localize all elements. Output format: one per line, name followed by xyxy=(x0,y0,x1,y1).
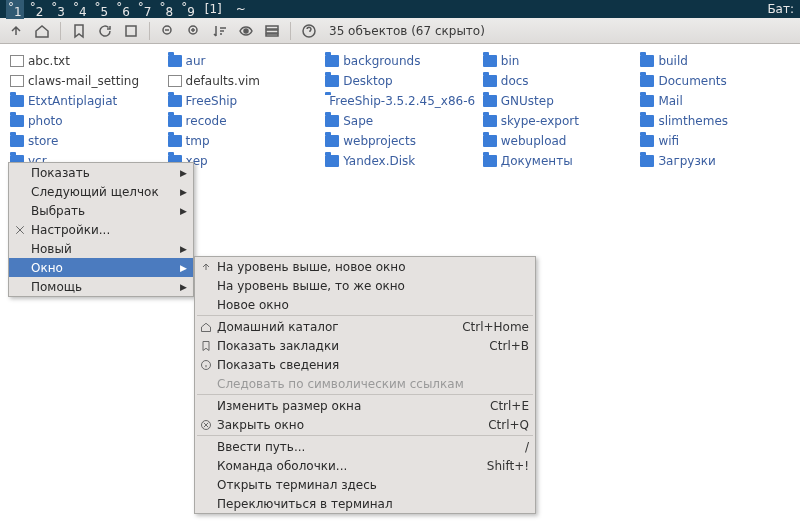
folder-item[interactable]: bin xyxy=(483,52,633,70)
folder-item[interactable]: FreeShip xyxy=(168,92,318,110)
workspace-5[interactable]: °5 xyxy=(93,0,111,19)
menu-shortcut: Shift+! xyxy=(487,459,529,473)
menu-item-label: Помощь xyxy=(31,280,82,294)
menu-item[interactable]: Переключиться в терминал xyxy=(195,494,535,513)
up-button[interactable] xyxy=(6,21,26,41)
folder-item[interactable]: Загрузки xyxy=(640,152,790,170)
bookmark-button[interactable] xyxy=(69,21,89,41)
file-item[interactable]: claws-mail_setting xyxy=(10,72,160,90)
menu-shortcut: Ctrl+Home xyxy=(462,320,529,334)
file-label: Mail xyxy=(658,94,682,108)
submenu-arrow-icon: ▶ xyxy=(180,206,187,216)
context-submenu-window[interactable]: На уровень выше, новое окноНа уровень вы… xyxy=(194,256,536,514)
folder-item[interactable]: Mail xyxy=(640,92,790,110)
folder-item[interactable]: backgrounds xyxy=(325,52,475,70)
file-label: aur xyxy=(186,54,206,68)
file-item[interactable]: defaults.vim xyxy=(168,72,318,90)
menu-separator xyxy=(197,435,533,436)
folder-item[interactable]: slimthemes xyxy=(640,112,790,130)
workspace-8[interactable]: °8 xyxy=(157,0,175,19)
menu-item[interactable]: На уровень выше, новое окно xyxy=(195,257,535,276)
hidden-toggle-button[interactable] xyxy=(236,21,256,41)
workspace-9[interactable]: °9 xyxy=(179,0,197,19)
context-menu[interactable]: Показать▶Следующий щелчок▶Выбрать▶Настро… xyxy=(8,162,194,297)
file-label: backgrounds xyxy=(343,54,420,68)
menu-item[interactable]: Новое окно xyxy=(195,295,535,314)
menu-item[interactable]: Команда оболочки...Shift+! xyxy=(195,456,535,475)
file-label: Sape xyxy=(343,114,373,128)
menu-item[interactable]: Следующий щелчок▶ xyxy=(9,182,193,201)
workspace-2[interactable]: °2 xyxy=(28,0,46,19)
menu-item[interactable]: Ввести путь.../ xyxy=(195,437,535,456)
menu-item-label: Изменить размер окна xyxy=(217,399,361,413)
folder-item[interactable]: store xyxy=(10,132,160,150)
file-label: FreeShip xyxy=(186,94,238,108)
file-label: tmp xyxy=(186,134,210,148)
sort-button[interactable] xyxy=(210,21,230,41)
menu-item[interactable]: Домашний каталогCtrl+Home xyxy=(195,317,535,336)
folder-item[interactable]: aur xyxy=(168,52,318,70)
menu-item[interactable]: Показать▶ xyxy=(9,163,193,182)
folder-item[interactable]: Documents xyxy=(640,72,790,90)
folder-icon xyxy=(168,115,182,127)
folder-item[interactable]: EtxtAntiplagiat xyxy=(10,92,160,110)
folder-item[interactable]: GNUstep xyxy=(483,92,633,110)
menu-item[interactable]: Новый▶ xyxy=(9,239,193,258)
folder-icon xyxy=(483,115,497,127)
svg-rect-0 xyxy=(126,26,136,36)
folder-item[interactable]: Sape xyxy=(325,112,475,130)
folder-item[interactable]: photo xyxy=(10,112,160,130)
folder-item[interactable]: tmp xyxy=(168,132,318,150)
file-label: Documents xyxy=(658,74,726,88)
menu-shortcut: Ctrl+Q xyxy=(488,418,529,432)
close-icon xyxy=(199,418,213,432)
select-button[interactable] xyxy=(262,21,282,41)
menu-item[interactable]: Окно▶ xyxy=(9,258,193,277)
menu-item[interactable]: На уровень выше, то же окно xyxy=(195,276,535,295)
file-label: defaults.vim xyxy=(186,74,260,88)
folder-item[interactable]: webupload xyxy=(483,132,633,150)
folder-item[interactable]: Документы xyxy=(483,152,633,170)
folder-item[interactable]: wifi xyxy=(640,132,790,150)
menu-item[interactable]: Выбрать▶ xyxy=(9,201,193,220)
file-label: claws-mail_setting xyxy=(28,74,139,88)
menu-shortcut: / xyxy=(525,440,529,454)
workspace-7[interactable]: °7 xyxy=(136,0,154,19)
folder-item[interactable]: FreeShip-3.5.2.45_x86-64 xyxy=(325,92,475,110)
zoom-out-button[interactable] xyxy=(158,21,178,41)
svg-rect-4 xyxy=(266,26,278,29)
folder-item[interactable]: Yandex.Disk xyxy=(325,152,475,170)
folder-icon xyxy=(10,95,24,107)
workspace-6[interactable]: °6 xyxy=(114,0,132,19)
zoom-in-button[interactable] xyxy=(184,21,204,41)
menu-item[interactable]: Показать закладкиCtrl+B xyxy=(195,336,535,355)
workspace-switcher[interactable]: °1°2°3°4°5°6°7°8°9 xyxy=(6,0,197,19)
menu-item[interactable]: Показать сведения xyxy=(195,355,535,374)
folder-item[interactable]: Desktop xyxy=(325,72,475,90)
help-button[interactable] xyxy=(299,21,319,41)
menu-item[interactable]: Изменить размер окнаCtrl+E xyxy=(195,396,535,415)
folder-icon xyxy=(10,135,24,147)
folder-item[interactable]: docs xyxy=(483,72,633,90)
path-tilde: ~ xyxy=(236,2,246,16)
folder-icon xyxy=(325,135,339,147)
menu-item[interactable]: Открыть терминал здесь xyxy=(195,475,535,494)
folder-item[interactable]: webprojects xyxy=(325,132,475,150)
folder-icon xyxy=(640,75,654,87)
file-item[interactable]: abc.txt xyxy=(10,52,160,70)
workspace-1[interactable]: °1 xyxy=(6,0,24,19)
menu-item[interactable]: Настройки... xyxy=(9,220,193,239)
workspace-3[interactable]: °3 xyxy=(49,0,67,19)
file-grid[interactable]: abc.txtaurbackgroundsbinbuildclaws-mail_… xyxy=(0,44,800,178)
home-button[interactable] xyxy=(32,21,52,41)
up-icon xyxy=(199,260,213,274)
folder-item[interactable]: recode xyxy=(168,112,318,130)
folder-item[interactable]: build xyxy=(640,52,790,70)
zoom-fit-button[interactable] xyxy=(121,21,141,41)
folder-item[interactable]: skype-export xyxy=(483,112,633,130)
menu-item[interactable]: Закрыть окноCtrl+Q xyxy=(195,415,535,434)
workspace-4[interactable]: °4 xyxy=(71,0,89,19)
file-label: skype-export xyxy=(501,114,579,128)
reload-button[interactable] xyxy=(95,21,115,41)
menu-item[interactable]: Помощь▶ xyxy=(9,277,193,296)
